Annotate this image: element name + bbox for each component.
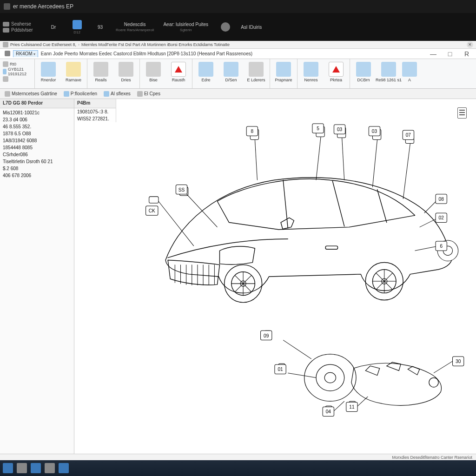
rib-btn-edre[interactable]: Edre: [193, 60, 218, 87]
rib-btn-dgen[interactable]: D/Sen: [218, 60, 244, 87]
list-item[interactable]: 46 8.555 352.: [0, 123, 74, 130]
sec-tab-1[interactable]: P:floolicerlen: [61, 90, 100, 98]
svg-text:03: 03: [337, 127, 343, 132]
svg-text:09: 09: [264, 333, 269, 338]
dark-side-row-1[interactable]: Pddstvlser: [3, 27, 39, 33]
breadcrumb-close-icon[interactable]: ✕: [467, 41, 473, 48]
dark-btn-6[interactable]: [213, 13, 237, 41]
svg-text:02: 02: [439, 215, 444, 220]
svg-line-40: [255, 139, 257, 180]
svg-point-23: [304, 354, 356, 401]
list-item[interactable]: 406 678 2006: [0, 172, 74, 179]
list-item[interactable]: 1A8/31842 6088: [0, 137, 74, 144]
ribbon-toolbar: Rt0 GYB121 19191212 Rnerdor Rarnave Reai…: [0, 59, 476, 89]
start-icon[interactable]: [3, 463, 13, 473]
menu-app-icon[interactable]: [2, 51, 13, 57]
breadcrumb-sep: ›: [78, 42, 79, 47]
dark-side-row-0[interactable]: Seaherse: [3, 21, 39, 26]
sec-tab-2[interactable]: Al sflexes: [101, 90, 133, 98]
warning2-icon: [329, 62, 344, 77]
dark-btn-2[interactable]: D12: [65, 13, 88, 41]
window-maximize-icon[interactable]: □: [444, 50, 456, 58]
rib-btn-rasth[interactable]: Rausth: [166, 60, 191, 87]
secondary-tab-bar: Msterncetses Gatrtine P:floolicerlen Al …: [0, 89, 476, 99]
task-icon[interactable]: [45, 463, 55, 473]
list-item[interactable]: 23.3 d4 006: [0, 116, 74, 123]
monitor-icon: [356, 62, 371, 77]
book-icon: [104, 91, 109, 97]
rib-btn-elderers[interactable]: E Lderers: [244, 60, 269, 87]
svg-line-54: [434, 361, 452, 373]
circle-icon: [249, 62, 264, 77]
grp-rpt: Nenres Pkrtea: [298, 59, 350, 88]
rib-btn-renove[interactable]: Rarnave: [61, 60, 86, 87]
svg-text:08: 08: [439, 197, 444, 202]
window-restore-icon[interactable]: R: [461, 50, 472, 58]
dark-btn-3[interactable]: 93: [88, 13, 112, 41]
gear-icon: [221, 22, 230, 32]
task-icon[interactable]: [17, 463, 27, 473]
session-info: Rt0 GYB121 19191212: [1, 60, 33, 87]
doc-icon: [93, 62, 108, 77]
grp-page: Prapnare: [270, 59, 298, 88]
rib-btn-bise[interactable]: Bise: [141, 60, 166, 87]
rib-btn-pkrtea[interactable]: Pkrtea: [324, 60, 349, 87]
svg-rect-33: [149, 197, 159, 203]
breadcrumb-seg-0[interactable]: Pries Culsisaned Cue Estherseet 8,: [10, 42, 76, 47]
svg-text:SS: SS: [178, 187, 185, 192]
rib-btn-repi[interactable]: Re98 1261 s1: [376, 60, 401, 87]
svg-text:6: 6: [440, 244, 443, 249]
rib-btn-a1[interactable]: A: [401, 60, 418, 87]
print-icon: [276, 62, 291, 77]
rib-btn-nerres[interactable]: Nenres: [298, 60, 324, 87]
sidebar-header: L7D GG 80 Perdor: [0, 99, 74, 108]
tag-icon: [66, 62, 81, 77]
menu-item-0[interactable]: RK4OM: [13, 50, 38, 57]
sec-tab-0[interactable]: Msterncetses Gatrtine: [2, 90, 60, 98]
list-item[interactable]: CSrhder086: [0, 151, 74, 158]
svg-line-43: [372, 139, 377, 187]
list-item[interactable]: Mis12081·10021c: [0, 109, 74, 116]
list-item[interactable]: 19081075-:3 8.: [74, 108, 116, 115]
rib-btn-reals[interactable]: Reails: [88, 60, 113, 87]
task-icon[interactable]: [59, 463, 69, 473]
svg-text:8: 8: [251, 129, 254, 134]
rib-btn-prapre[interactable]: Prapnare: [271, 60, 296, 87]
breadcrumb-seg-1[interactable]: Miernles ModFerite Fst Dsl Part Alt Mort…: [81, 42, 230, 47]
list-item[interactable]: $.2 608: [0, 165, 74, 172]
dark-side-label-0: Seaherse: [11, 21, 31, 26]
svg-text:03: 03: [372, 129, 377, 134]
grp-data: Bise Rausth: [140, 59, 192, 88]
page-icon: [224, 62, 238, 77]
svg-line-44: [403, 143, 410, 198]
left-sidebar: L7D GG 80 Perdor Mis12081·10021c 23.3 d4…: [0, 99, 74, 454]
rib-btn-drles[interactable]: Dries: [113, 60, 139, 87]
id-icon: [3, 69, 7, 74]
diagram-canvas[interactable]: P4Bm 19081075-:3 8. WIS52 272821.: [74, 99, 476, 454]
svg-text:CK: CK: [149, 208, 155, 213]
list-item[interactable]: WIS52 272821.: [74, 115, 116, 122]
window-minimize-icon[interactable]: —: [428, 50, 439, 58]
dark-btn-1[interactable]: Dr: [42, 13, 65, 41]
rib-btn-reload[interactable]: Rnerdor: [36, 60, 61, 87]
grp-session: Rt0 GYB121 19191212: [0, 59, 35, 88]
svg-text:30: 30: [456, 359, 461, 364]
grp-export: DCBrn Re98 1261 s1 A: [350, 59, 419, 88]
wrench-icon: [198, 62, 213, 77]
list-item[interactable]: 1854448 8085: [0, 144, 74, 151]
dark-btn-5[interactable]: Aear: lulsirleod Puites Sgterin: [158, 13, 213, 41]
sheet-icon: [137, 91, 143, 97]
list-item[interactable]: Tiseltirletin Dsroth 60 21: [0, 158, 74, 165]
svg-line-50: [283, 340, 311, 359]
menu-item-1[interactable]: Eann Jode Peerto Morrates Eedec Castorcd…: [38, 51, 255, 56]
list-item[interactable]: 1878 6.5 O88: [0, 130, 74, 137]
sec-tab-3[interactable]: El Cpes: [134, 90, 163, 98]
reload-icon: [41, 62, 56, 77]
stack-icon: [119, 62, 133, 77]
db-icon: [3, 28, 9, 33]
main-area: L7D GG 80 Perdor Mis12081·10021c 23.3 d4…: [0, 99, 476, 454]
rib-btn-dcrea[interactable]: DCBrn: [351, 60, 376, 87]
dark-btn-7[interactable]: Asl IDuiris: [237, 13, 265, 41]
task-icon[interactable]: [31, 463, 41, 473]
dark-btn-4[interactable]: Nedescdis Roere Rars/Arranperoll: [112, 13, 158, 41]
